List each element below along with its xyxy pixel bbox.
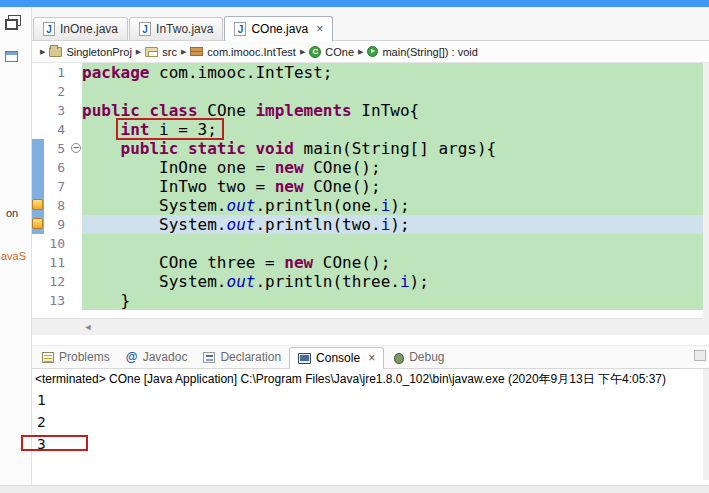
code-text[interactable]: System.out.println(three.i); [82, 272, 703, 291]
code-token: public [121, 139, 179, 158]
code-text[interactable]: package com.imooc.IntTest; [82, 63, 703, 82]
tab-label: Declaration [220, 350, 281, 364]
fold-column [70, 234, 82, 253]
annotation-ruler-cell[interactable] [32, 63, 44, 82]
coverage-marker-icon [32, 218, 43, 229]
line-number: 2 [44, 82, 70, 101]
code-line[interactable]: 7 InTwo two = new COne(); [32, 177, 703, 196]
editor-tab[interactable]: JInOne.java [33, 17, 128, 40]
code-line[interactable]: 11 COne three = new COne(); [32, 253, 703, 272]
code-token: new [275, 177, 304, 196]
view-shortcut-icon[interactable] [5, 51, 18, 62]
annotation-ruler-cell[interactable] [32, 139, 44, 158]
annotation-ruler-cell[interactable] [32, 215, 44, 234]
console-tab-debug[interactable]: Debug [384, 346, 452, 368]
breadcrumb-item[interactable]: main(String[]) : void [367, 46, 477, 58]
code-line[interactable]: 12 System.out.println(three.i); [32, 272, 703, 291]
line-number: 9 [44, 215, 70, 234]
tab-close-icon[interactable]: × [368, 351, 375, 365]
code-text[interactable] [82, 234, 703, 253]
annotation-ruler-cell[interactable] [32, 158, 44, 177]
breadcrumb-label: com.imooc.IntTest [207, 46, 296, 58]
annotation-ruler-cell[interactable] [32, 82, 44, 101]
fold-collapse-icon[interactable]: − [71, 143, 81, 153]
horizontal-scrollbar[interactable]: ◄ [32, 318, 703, 335]
editor-tab[interactable]: JInTwo.java [129, 17, 223, 40]
tab-label: COne.java [251, 22, 308, 36]
breadcrumb-item[interactable]: COne [309, 46, 354, 58]
code-token: void [255, 139, 294, 158]
fold-column [70, 272, 82, 291]
breadcrumb-separator-icon: ▶ [181, 48, 186, 56]
console-output-text: 1 [37, 392, 46, 408]
annotation-ruler-cell[interactable] [32, 291, 44, 310]
line-number: 5 [44, 139, 70, 158]
code-token: InTwo two = [82, 177, 275, 196]
code-text[interactable] [82, 82, 703, 101]
code-token: out [227, 215, 256, 234]
tab-label: Javadoc [143, 350, 188, 364]
code-text[interactable]: System.out.println(two.i); [82, 215, 703, 234]
package-icon [190, 47, 203, 56]
console-tab-console[interactable]: Console× [289, 347, 384, 369]
breadcrumb-label: SingletonProj [66, 46, 131, 58]
code-text[interactable]: } [82, 291, 703, 310]
console-tab-declaration[interactable]: Declaration [195, 346, 289, 368]
code-token: COne three = [82, 253, 284, 272]
code-text[interactable]: public static void main(String[] args){ [82, 139, 703, 158]
panel-menu-icon[interactable] [694, 350, 706, 361]
console-output-line: 1 [32, 389, 703, 411]
method-icon [367, 46, 378, 57]
code-line[interactable]: 10 [32, 234, 703, 253]
code-token: ); [410, 272, 429, 291]
fold-column [70, 120, 82, 139]
breadcrumb-item[interactable]: SingletonProj [49, 46, 131, 58]
code-token: main(String[] args){ [294, 139, 496, 158]
code-text[interactable]: COne three = new COne(); [82, 253, 703, 272]
line-number: 7 [44, 177, 70, 196]
fold-column [70, 101, 82, 120]
code-line[interactable]: 13 } [32, 291, 703, 310]
code-line[interactable]: 1package com.imooc.IntTest; [32, 63, 703, 82]
scroll-left-icon[interactable]: ◄ [80, 320, 96, 335]
code-line[interactable]: 3public class COne implements InTwo{ [32, 101, 703, 120]
console-vertical-scrollbar[interactable] [703, 369, 709, 480]
code-text[interactable]: int i = 3; [82, 120, 703, 139]
code-text[interactable]: InTwo two = new COne(); [82, 177, 703, 196]
code-line[interactable]: 6 InOne one = new COne(); [32, 158, 703, 177]
console-tab-problems[interactable]: Problems [34, 346, 118, 368]
console-output-text: 2 [37, 414, 46, 430]
code-token [82, 120, 121, 139]
annotation-ruler-cell[interactable] [32, 234, 44, 253]
code-editor[interactable]: 1package com.imooc.IntTest;23public clas… [32, 63, 703, 318]
tab-close-icon[interactable]: × [316, 22, 323, 36]
restore-window-icon[interactable] [5, 19, 18, 30]
annotation-ruler-cell[interactable] [32, 120, 44, 139]
problems-icon [42, 352, 54, 363]
console-output: 123 [32, 389, 703, 479]
annotation-ruler-cell[interactable] [32, 253, 44, 272]
editor-tab[interactable]: JCOne.java× [224, 16, 333, 41]
code-token [246, 139, 256, 158]
code-text[interactable]: System.out.println(one.i); [82, 196, 703, 215]
annotation-ruler-cell[interactable] [32, 177, 44, 196]
breadcrumb-item[interactable]: com.imooc.IntTest [190, 46, 296, 58]
code-line[interactable]: 4 int i = 3; [32, 120, 703, 139]
breadcrumb-item[interactable]: src [145, 46, 177, 58]
tab-label: InOne.java [60, 22, 118, 36]
annotation-ruler-cell[interactable] [32, 196, 44, 215]
minimized-view-label: avaS [1, 250, 26, 262]
code-text[interactable]: InOne one = new COne(); [82, 158, 703, 177]
fold-column [70, 196, 82, 215]
code-text[interactable]: public class COne implements InTwo{ [82, 101, 703, 120]
breadcrumb-separator-icon: ▶ [300, 48, 305, 56]
annotation-ruler-cell[interactable] [32, 101, 44, 120]
code-line[interactable]: 2 [32, 82, 703, 101]
editor-vertical-scrollbar[interactable] [703, 63, 709, 335]
code-line[interactable]: 8 System.out.println(one.i); [32, 196, 703, 215]
code-line[interactable]: 5− public static void main(String[] args… [32, 139, 703, 158]
code-line[interactable]: 9 System.out.println(two.i); [32, 215, 703, 234]
annotation-ruler-cell[interactable] [32, 272, 44, 291]
line-number: 3 [44, 101, 70, 120]
console-tab-javadoc[interactable]: @Javadoc [118, 346, 196, 368]
